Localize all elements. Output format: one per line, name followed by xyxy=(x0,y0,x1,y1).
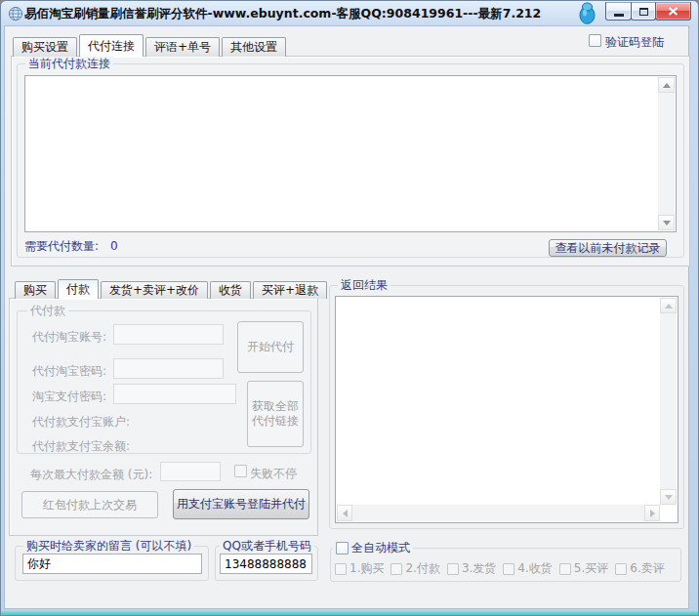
seller-message-title: 购买时给卖家的留言 (可以不填) xyxy=(23,539,194,553)
taobao-password-input[interactable] xyxy=(113,358,224,379)
result-textarea[interactable] xyxy=(336,297,678,522)
app-window: 易佰淘宝刷销量刷信誉刷评分软件-www.ebuynt.com-客服QQ:9084… xyxy=(0,0,699,616)
need-payment-count-row: 需要代付数量: 0 xyxy=(24,238,118,255)
redpacket-pay-button[interactable]: 红包付款上次交易 xyxy=(21,491,158,518)
result-scroll-down-button[interactable] xyxy=(660,489,677,505)
blue-gadget-icon xyxy=(578,2,596,27)
window-controls xyxy=(606,2,691,21)
max-amount-input[interactable] xyxy=(160,462,221,481)
alipay-login-pay-button[interactable]: 用支付宝账号登陆并代付 xyxy=(173,489,309,519)
current-payment-links-title: 当前代付款连接 xyxy=(25,57,113,70)
minimize-button[interactable] xyxy=(605,2,632,21)
taobao-account-input[interactable] xyxy=(113,324,224,345)
step-pay: 2.付款 xyxy=(391,560,439,577)
fail-nonstop-label: 失败不停 xyxy=(250,466,297,482)
need-payment-count-value: 0 xyxy=(110,239,118,253)
get-all-links-button[interactable]: 获取全部 代付链接 xyxy=(247,381,304,447)
taobao-account-label: 代付淘宝账号: xyxy=(32,329,106,346)
scroll-up-button[interactable] xyxy=(658,77,675,93)
maximize-icon xyxy=(639,8,648,16)
max-amount-label: 每次最大付款金额 (元): xyxy=(30,467,152,483)
payment-links-textarea[interactable] xyxy=(25,76,676,231)
scroll-down-button[interactable] xyxy=(658,215,675,230)
contact-input[interactable] xyxy=(220,554,312,574)
main-tab-strip: 购买设置 代付连接 评语+单号 其他设置 xyxy=(13,34,288,57)
tab-other-settings[interactable]: 其他设置 xyxy=(222,37,286,57)
verify-code-login-checkbox[interactable] xyxy=(589,34,601,47)
tab-buy[interactable]: 购买 xyxy=(15,281,56,299)
pay-password-input[interactable] xyxy=(113,384,236,404)
result-vscrollbar[interactable] xyxy=(660,298,677,505)
step-seller-review-checkbox[interactable] xyxy=(615,563,627,575)
tab-pay[interactable]: 付款 xyxy=(58,279,99,299)
result-hscrollbar[interactable] xyxy=(337,505,660,521)
window-title: 易佰淘宝刷销量刷信誉刷评分软件-www.ebuynt.com-客服QQ:9084… xyxy=(24,6,541,22)
step-buy: 1.购买 xyxy=(335,560,384,577)
tab-payment-link[interactable]: 代付连接 xyxy=(79,34,144,57)
alipay-balance-label: 代付款支付宝余额: xyxy=(32,438,130,455)
minimize-icon xyxy=(614,14,624,17)
contact-group-title: QQ或者手机号码 xyxy=(220,539,314,553)
result-scroll-right-button[interactable] xyxy=(644,505,660,521)
start-proxy-pay-button[interactable]: 开始代付 xyxy=(237,321,304,373)
pay-password-label: 淘宝支付密码: xyxy=(32,389,106,405)
result-group-title: 返回结果 xyxy=(338,278,391,292)
fail-nonstop-checkbox[interactable] xyxy=(234,465,247,477)
process-tab-strip: 购买 付款 发货+卖评+改价 收货 买评+退款 xyxy=(15,279,329,299)
step-receive: 4.收货 xyxy=(503,560,552,577)
tab-ship-review-price[interactable]: 发货+卖评+改价 xyxy=(101,281,208,299)
tab-buyer-review-refund[interactable]: 买评+退款 xyxy=(253,281,327,299)
auto-mode-label: 全自动模式 xyxy=(351,541,410,554)
scroll-down-icon xyxy=(665,495,673,500)
alipay-account-label: 代付款支付宝账户: xyxy=(32,414,130,431)
need-payment-count-label: 需要代付数量: xyxy=(24,239,99,253)
step-receive-checkbox[interactable] xyxy=(503,563,514,575)
auto-mode-header: 全自动模式 xyxy=(333,541,413,554)
view-unpaid-records-button[interactable]: 查看以前未付款记录 xyxy=(549,239,667,257)
close-icon xyxy=(668,7,678,16)
scroll-left-icon xyxy=(343,510,348,517)
payment-links-textarea-frame xyxy=(24,75,677,232)
scroll-right-icon xyxy=(650,510,655,517)
step-ship: 3.发货 xyxy=(447,560,496,577)
scroll-down-icon xyxy=(663,221,671,226)
seller-message-input[interactable] xyxy=(22,554,202,574)
scroll-up-icon xyxy=(663,83,671,88)
step-ship-checkbox[interactable] xyxy=(447,563,459,575)
step-seller-review: 6.卖评 xyxy=(615,560,664,577)
verify-code-login-label: 验证码登陆 xyxy=(605,34,664,51)
proxy-payment-group-title: 代付款 xyxy=(27,304,68,317)
taobao-password-label: 代付淘宝密码: xyxy=(32,363,106,380)
auto-mode-steps: 1.购买 2.付款 3.发货 4.收货 5.买评 6.卖评 xyxy=(335,560,665,577)
step-buy-checkbox[interactable] xyxy=(335,563,347,575)
tab-purchase-settings[interactable]: 购买设置 xyxy=(13,37,77,57)
auto-mode-checkbox[interactable] xyxy=(336,542,349,554)
step-buyer-review: 5.买评 xyxy=(559,560,608,577)
result-scroll-up-button[interactable] xyxy=(660,298,677,313)
step-pay-checkbox[interactable] xyxy=(391,563,402,575)
tab-comments-numbers[interactable]: 评语+单号 xyxy=(145,37,220,57)
step-buyer-review-checkbox[interactable] xyxy=(559,563,571,575)
maximize-button[interactable] xyxy=(631,2,656,21)
tab-receive[interactable]: 收货 xyxy=(210,281,251,299)
scroll-up-icon xyxy=(665,304,673,308)
result-scroll-left-button[interactable] xyxy=(337,505,352,521)
close-button[interactable] xyxy=(655,2,691,21)
payment-links-vscrollbar[interactable] xyxy=(658,77,675,230)
result-textarea-frame xyxy=(335,296,678,523)
app-icon xyxy=(8,6,23,24)
auto-mode-group: 全自动模式 1.购买 2.付款 3.发货 4.收货 5.买评 6.卖评 xyxy=(330,548,681,582)
